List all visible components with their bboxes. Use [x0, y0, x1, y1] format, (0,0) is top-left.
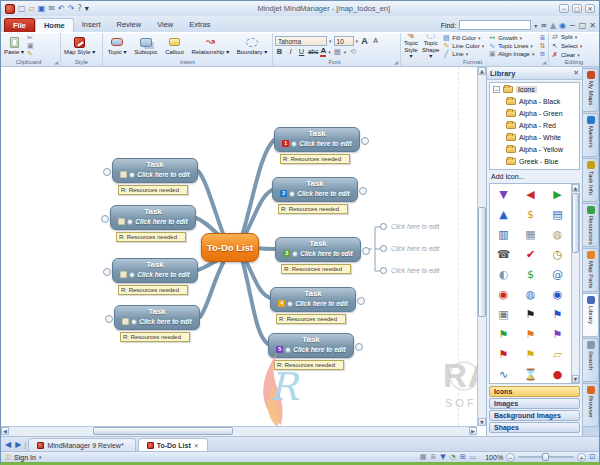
task-edit-hint[interactable]: Click here to edit	[299, 140, 351, 147]
books-icon[interactable]: ▥	[490, 224, 517, 244]
task-topic[interactable]: Task Click here to edit R: Resources nee…	[110, 205, 196, 242]
arrow-right-icon[interactable]: ▶	[544, 184, 571, 204]
horizontal-scroll-thumb[interactable]	[93, 427, 233, 435]
task-pane-tab[interactable]: My Maps	[583, 68, 599, 112]
subtopic-edit-hint[interactable]: Click here to edit	[391, 267, 439, 274]
notebook-icon[interactable]: ▤	[544, 204, 571, 224]
italic-button[interactable]: I	[286, 47, 295, 57]
task-topic[interactable]: Task 4 Click here to edit R: Resources n…	[270, 287, 356, 324]
insert-button[interactable]: ↝ Relationship ▾	[190, 34, 230, 58]
arrow-left-icon[interactable]: ◀	[517, 184, 544, 204]
map-style-button[interactable]: Map Style ▾	[63, 34, 96, 58]
library-section-button[interactable]: Shapes	[489, 422, 580, 433]
help-icon[interactable]: ?	[77, 4, 81, 13]
save-icon[interactable]: ▣	[38, 4, 46, 13]
coins-icon[interactable]: ◍	[544, 224, 571, 244]
tree-folder-label[interactable]: Alpha - Black	[519, 98, 560, 105]
central-topic[interactable]: To-Do List	[201, 233, 259, 262]
cut-icon[interactable]: ✂	[27, 35, 34, 42]
task-topic[interactable]: Task 5 Click here to edit R: Resources n…	[268, 333, 354, 370]
redo-icon[interactable]: ↷	[68, 4, 75, 13]
format-command[interactable]: ↔ Growth▾	[488, 34, 534, 42]
grow-font-button[interactable]: A	[360, 36, 369, 46]
task-pane-tab[interactable]: Browser	[583, 383, 599, 427]
flag-purple-icon[interactable]: ⚑	[544, 324, 571, 344]
subtopic-edit-hint[interactable]: Click here to edit	[391, 223, 439, 230]
map-overview-icon[interactable]: ▦	[420, 453, 427, 462]
horizontal-scrollbar[interactable]: ◀ ▶	[1, 426, 477, 436]
library-section-button[interactable]: Images	[489, 398, 580, 409]
show-notes-icon[interactable]: ▭	[470, 453, 477, 462]
format-command[interactable]: ⇅ Sort▾	[538, 42, 546, 50]
tree-folder-label[interactable]: Alpha - Green	[519, 110, 563, 117]
library-section-button[interactable]: Icons	[489, 386, 580, 397]
info-icon[interactable]: ◉	[544, 284, 571, 304]
resources-note[interactable]: R: Resources needed	[278, 204, 348, 214]
topic-style-button[interactable]: ✎ Topic Style ▾	[403, 34, 419, 58]
zoom-in-button[interactable]: +	[577, 453, 586, 462]
hourglass-icon[interactable]: ⌛	[517, 364, 544, 383]
task-topic[interactable]: Task Click here to edit R: Resources nee…	[112, 158, 198, 195]
balance-map-icon[interactable]: ⊞	[460, 453, 466, 462]
task-edit-hint[interactable]: Click here to edit	[137, 171, 189, 178]
task-edit-hint[interactable]: Click here to edit	[137, 271, 189, 278]
outline-view-icon[interactable]: ≣	[430, 453, 436, 462]
format-command[interactable]: ∿ Topic Lines▾	[488, 42, 534, 50]
zoom-out-button[interactable]: −	[506, 453, 515, 462]
scroll-right-icon[interactable]: ▶	[469, 427, 477, 435]
format-command[interactable]: ╱ Line▾	[442, 50, 484, 58]
tree-root-row[interactable]: − Icons	[490, 83, 579, 95]
subtopic-edit-hint[interactable]: Click here to edit	[391, 245, 439, 252]
flag-orange-icon[interactable]: ⚑	[517, 324, 544, 344]
task-edit-hint[interactable]: Click here to edit	[295, 300, 347, 307]
library-section-button[interactable]: Background Images	[489, 410, 580, 421]
font-color-button[interactable]: A	[320, 47, 326, 57]
subtopic[interactable]: Click here to edit	[380, 245, 439, 252]
new-document-icon[interactable]: ▢	[18, 4, 26, 13]
task-pane-tab[interactable]: Task Info	[583, 158, 599, 202]
grid-scrollbar[interactable]: ▲ ▼	[571, 184, 579, 383]
binoculars-icon[interactable]: ∞	[540, 21, 547, 30]
refresh-icon[interactable]: ◔	[450, 453, 456, 462]
qat-dropdown-icon[interactable]: ▾	[85, 4, 89, 13]
minimize-ribbon-icon[interactable]: −	[569, 21, 576, 30]
account-icon[interactable]: ◉	[559, 21, 566, 30]
task-pane-tab[interactable]: Resources	[583, 203, 599, 247]
menu-tab[interactable]: Extras	[181, 18, 218, 32]
shrink-font-button[interactable]: A	[371, 36, 380, 46]
task-topic[interactable]: Task 2 Click here to edit R: Resources n…	[272, 177, 358, 214]
insert-button[interactable]: Boundary ▾	[236, 34, 268, 58]
panel-icon[interactable]: ▢	[579, 21, 587, 30]
menu-tab[interactable]: View	[149, 18, 181, 32]
resources-note[interactable]: R: Resources needed	[120, 332, 190, 342]
tab-file[interactable]: File	[4, 18, 35, 32]
alerts-icon[interactable]: ▲	[550, 21, 556, 30]
open-folder-icon[interactable]: ▱	[29, 4, 35, 13]
task-pane-tab[interactable]: Map Parts	[583, 248, 599, 292]
close-button[interactable]: ✕	[585, 4, 595, 13]
folder-icon[interactable]: ▱	[544, 344, 571, 364]
task-edit-hint[interactable]: Click here to edit	[297, 190, 349, 197]
format-command[interactable]: ≣ Numbering▾	[538, 34, 546, 42]
copy-icon[interactable]: ▣	[27, 43, 34, 50]
task-topic[interactable]: Task Click here to edit R: Resources nee…	[114, 305, 200, 342]
tree-folder-row[interactable]: Alpha - Black	[490, 95, 579, 107]
wave-icon[interactable]: ∿	[490, 364, 517, 383]
format-command[interactable]: ✎ Line Color▾	[442, 42, 484, 50]
tab-close-icon[interactable]: ✕	[194, 442, 199, 449]
sign-in-dropdown-icon[interactable]: ▾	[39, 454, 42, 460]
paste-button[interactable]: Paste ▾	[3, 34, 25, 58]
tree-folder-row[interactable]: Alpha - Yellow	[490, 143, 579, 155]
tree-folder-row[interactable]: Alpha - Green	[490, 107, 579, 119]
scroll-up-icon[interactable]: ▲	[478, 67, 486, 75]
tree-folder-label[interactable]: Alpha - White	[519, 134, 561, 141]
format-command[interactable]: ▣ Align Image▾	[488, 50, 534, 58]
tree-folder-row[interactable]: Alpha - Red	[490, 119, 579, 131]
close-map-icon[interactable]: ✕	[589, 21, 596, 30]
editing-command[interactable]: ✗ Clear▾	[551, 51, 582, 58]
resources-note[interactable]: R: Resources needed	[118, 185, 188, 195]
resources-note[interactable]: R: Resources needed	[116, 232, 186, 242]
bomb-icon[interactable]: ●	[544, 364, 571, 383]
restore-button[interactable]: ▢	[572, 4, 582, 13]
vertical-scrollbar[interactable]: ▲ ▼	[477, 67, 486, 426]
